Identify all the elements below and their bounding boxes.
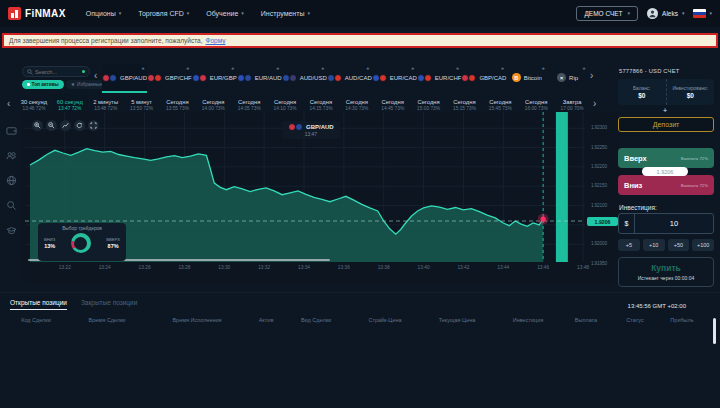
history-button[interactable] <box>74 120 85 131</box>
expiry-time-payout: 16:00 73% <box>525 106 548 111</box>
column-header: Время Исполнения <box>172 317 221 323</box>
assets-scroll-left[interactable]: ‹ <box>94 71 97 81</box>
search-input[interactable] <box>35 69 80 75</box>
down-payout: Выплата 72% <box>681 183 708 188</box>
filter-favorites[interactable]: ★Избранные <box>66 80 107 89</box>
column-header: Страйк-Цена <box>368 317 401 323</box>
asset-tab-aud-usd[interactable]: AUD/USD★ <box>282 64 327 93</box>
search-icon <box>27 69 33 75</box>
favorite-star-icon[interactable]: ★ <box>276 66 280 71</box>
time-tick-label: 13:34 <box>289 265 319 270</box>
user-menu[interactable]: Aleks ▾ <box>647 8 684 19</box>
chart-type-button[interactable] <box>60 120 71 131</box>
investment-amount-input[interactable] <box>635 214 713 233</box>
filter-label: Топ активы <box>32 82 59 87</box>
favorite-star-icon[interactable]: ★ <box>231 66 235 71</box>
notice-form-link[interactable]: Форму <box>206 37 226 44</box>
column-header: Текущая Цена <box>439 317 476 323</box>
quick-amount-10[interactable]: +10 <box>643 239 665 251</box>
asset-tab-eur-chf[interactable]: EUR/CHF★ <box>417 64 462 93</box>
expiry-name: Сегодня <box>453 99 475 105</box>
price-tick-label: 1.92150 <box>591 183 607 188</box>
asset-tab-rip[interactable]: ×Rip★ <box>547 64 588 93</box>
assets-scroll-right[interactable]: › <box>590 71 593 81</box>
asset-tab-aud-cad[interactable]: AUD/CAD★ <box>327 64 372 93</box>
tab-open-positions[interactable]: Открытые позиции <box>10 299 67 310</box>
asset-tab-gbp-aud[interactable]: GBP/AUD★ <box>102 64 147 93</box>
favorite-star-icon[interactable]: ★ <box>186 66 190 71</box>
wallet-icon[interactable] <box>5 124 17 136</box>
favorite-star-icon[interactable]: ★ <box>366 66 370 71</box>
down-button-label: Вниз <box>624 181 642 190</box>
favorite-star-icon[interactable]: ★ <box>455 66 459 71</box>
language-menu[interactable]: ▾ <box>693 9 712 18</box>
nav-item-1[interactable]: Торговля CFD▾ <box>138 10 189 17</box>
balance-label: Баланс: <box>633 86 651 91</box>
chevron-down-icon: ▾ <box>187 11 190 16</box>
call-up-button[interactable]: Вверх Выплата 72% <box>618 148 714 168</box>
time-tick-label: 13:22 <box>50 265 80 270</box>
trading-app: FiNMAX Опционы▾Торговля CFD▾Обучение▾Инс… <box>0 0 720 408</box>
expiry-time-payout: 14:05 73% <box>238 106 261 111</box>
up-payout: Выплата 72% <box>681 156 708 161</box>
deposit-button[interactable]: Депозит <box>618 117 714 132</box>
favorite-star-icon[interactable]: ★ <box>141 66 145 71</box>
traders-choice-donut <box>71 233 91 253</box>
column-header: Время Сделки <box>89 317 126 323</box>
traders-icon[interactable] <box>5 149 17 161</box>
asset-tab-eur-gbp[interactable]: EUR/GBP★ <box>192 64 237 93</box>
filter-label: Избранные <box>77 82 102 87</box>
quick-amount-100[interactable]: +100 <box>692 239 714 251</box>
expiry-name: Сегодня <box>274 99 296 105</box>
expiry-scroll-right[interactable]: › <box>593 99 596 109</box>
tab-closed-positions[interactable]: Закрытые позиции <box>81 299 137 310</box>
quick-amount-5[interactable]: +5 <box>618 239 640 251</box>
asset-tab-gbp-chf[interactable]: GBP/CHF★ <box>147 64 192 93</box>
asset-label: EUR/AUD <box>255 75 282 81</box>
help-search-icon[interactable] <box>5 199 17 211</box>
dot-icon <box>27 83 30 86</box>
current-price-badge: 1.9206 <box>587 217 618 226</box>
favorite-star-icon[interactable]: ★ <box>321 66 325 71</box>
demo-account-button[interactable]: ДЕМО СЧЕТ ▾ <box>576 6 638 21</box>
chevron-down-icon: ▾ <box>307 11 310 16</box>
zoom-out-button[interactable] <box>46 120 57 131</box>
column-header: Прибыль <box>670 317 693 323</box>
asset-label: Rip <box>569 75 578 81</box>
positions-scrollbar[interactable] <box>713 318 716 344</box>
price-tick-label: 1.92300 <box>591 125 607 130</box>
put-down-button[interactable]: Вниз Выплата 72% <box>618 175 714 195</box>
fullscreen-button[interactable] <box>88 120 99 131</box>
left-rail <box>3 124 19 236</box>
nav-item-0[interactable]: Опционы▾ <box>86 10 121 17</box>
asset-label: EUR/CHF <box>435 75 462 81</box>
favorite-star-icon[interactable]: ★ <box>541 66 545 71</box>
notice-text: Для завершения процесса регистрации запо… <box>9 37 203 44</box>
asset-tab-bitcoin[interactable]: BBitcoin★ <box>506 64 547 93</box>
coin-icon: B <box>512 73 521 82</box>
finmax-logo[interactable]: FiNMAX <box>8 7 66 20</box>
nav-item-3[interactable]: Инструменты▾ <box>261 10 310 17</box>
favorite-star-icon[interactable]: ★ <box>500 66 504 71</box>
asset-tab-gbp-cad[interactable]: GBP/CAD★ <box>461 64 506 93</box>
nav-item-2[interactable]: Обучение▾ <box>206 10 244 17</box>
quick-amount-50[interactable]: +50 <box>668 239 690 251</box>
expand-balance-button[interactable]: + <box>612 107 718 114</box>
quick-amounts: +5+10+50+100 <box>618 239 714 251</box>
expiry-scroll-left[interactable]: ‹ <box>7 99 10 109</box>
zoom-in-button[interactable] <box>32 120 43 131</box>
asset-label: EUR/GBP <box>210 75 237 81</box>
positions-tabs: Открытые позиции Закрытые позиции <box>10 299 137 310</box>
buy-button[interactable]: Купить Истекает через 00:00:04 <box>618 257 714 287</box>
globe-icon[interactable] <box>5 174 17 186</box>
favorite-star-icon[interactable]: ★ <box>411 66 415 71</box>
time-tick-label: 13:24 <box>90 265 120 270</box>
expiry-time-payout: 14:45 73% <box>381 106 404 111</box>
asset-tab-eur-aud[interactable]: EUR/AUD★ <box>237 64 282 93</box>
asset-tab-eur-cad[interactable]: EUR/CAD★ <box>372 64 417 93</box>
chevron-down-icon: ▾ <box>241 11 244 16</box>
account-number[interactable]: 5777866 - USD СЧЕТ <box>619 68 679 74</box>
favorite-star-icon[interactable]: ★ <box>582 66 586 71</box>
filter-top-assets[interactable]: Топ активы <box>22 80 64 89</box>
education-icon[interactable] <box>5 224 17 236</box>
